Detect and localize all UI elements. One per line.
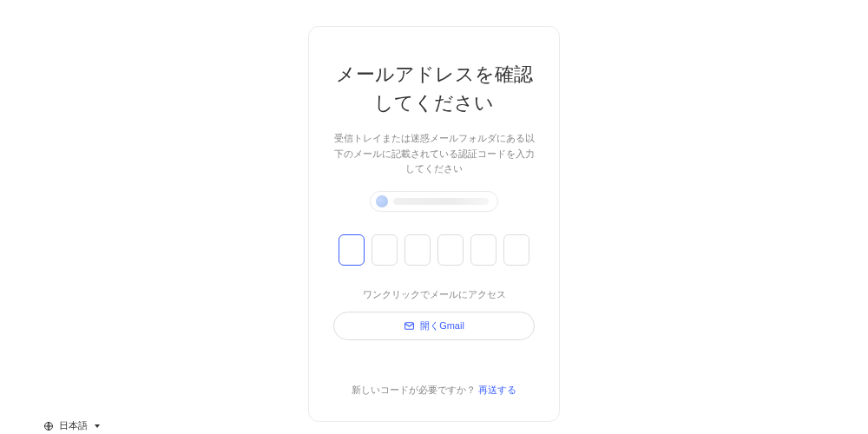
resend-prompt: 新しいコードが必要ですか？: [352, 385, 476, 395]
card-subtitle: 受信トレイまたは迷惑メールフォルダにある以下のメールに記載されている認証コードを…: [333, 131, 535, 177]
code-input-5[interactable]: [470, 234, 496, 266]
code-input-1[interactable]: [339, 234, 365, 266]
oneclick-label: ワンクリックでメールにアクセス: [333, 288, 535, 301]
email-placeholder: [393, 198, 489, 205]
language-label: 日本語: [59, 419, 88, 432]
mail-icon: [404, 320, 415, 332]
code-input-4[interactable]: [437, 234, 464, 266]
resend-link[interactable]: 再送する: [478, 385, 516, 395]
card-title: メールアドレスを確認してください: [333, 60, 535, 117]
language-selector[interactable]: 日本語: [43, 419, 100, 432]
code-input-row: [333, 234, 535, 266]
open-gmail-label: 開くGmail: [420, 319, 464, 332]
open-gmail-button[interactable]: 開くGmail: [333, 312, 535, 340]
email-pill[interactable]: [370, 191, 498, 212]
globe-icon: [43, 421, 54, 431]
chevron-down-icon: [95, 424, 100, 428]
resend-row: 新しいコードが必要ですか？ 再送する: [333, 384, 535, 397]
avatar: [376, 195, 388, 207]
code-input-2[interactable]: [372, 234, 398, 266]
code-input-3[interactable]: [404, 234, 431, 266]
verify-email-card: メールアドレスを確認してください 受信トレイまたは迷惑メールフォルダにある以下の…: [308, 26, 560, 422]
code-input-6[interactable]: [503, 234, 529, 266]
